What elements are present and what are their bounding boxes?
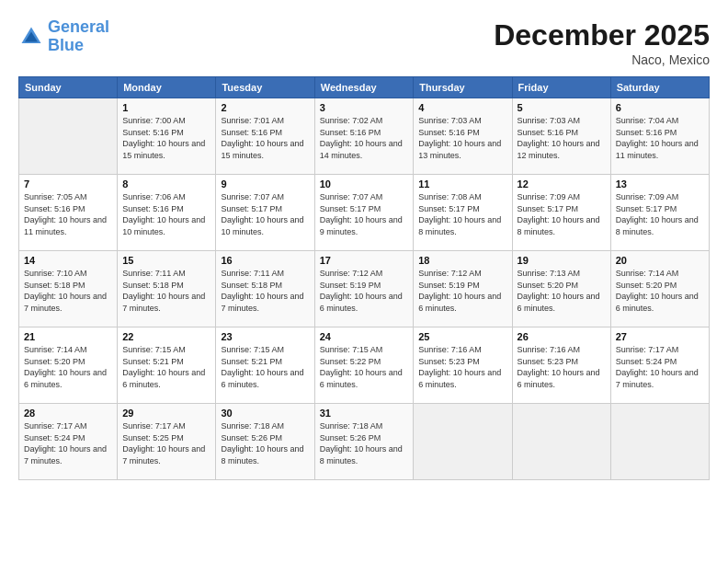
logo-icon bbox=[18, 24, 44, 50]
calendar: SundayMondayTuesdayWednesdayThursdayFrid… bbox=[18, 76, 710, 480]
calendar-header-row: SundayMondayTuesdayWednesdayThursdayFrid… bbox=[19, 77, 710, 98]
day-info: Sunrise: 7:01 AM Sunset: 5:16 PM Dayligh… bbox=[221, 115, 309, 161]
calendar-cell: 15Sunrise: 7:11 AM Sunset: 5:18 PM Dayli… bbox=[118, 251, 216, 327]
calendar-cell: 6Sunrise: 7:04 AM Sunset: 5:16 PM Daylig… bbox=[610, 98, 709, 175]
day-number: 3 bbox=[320, 102, 409, 113]
calendar-cell: 24Sunrise: 7:15 AM Sunset: 5:22 PM Dayli… bbox=[314, 327, 414, 404]
month-title: December 2025 bbox=[494, 18, 710, 52]
calendar-cell: 4Sunrise: 7:03 AM Sunset: 5:16 PM Daylig… bbox=[414, 98, 512, 175]
calendar-cell: 2Sunrise: 7:01 AM Sunset: 5:16 PM Daylig… bbox=[216, 98, 314, 175]
calendar-cell: 20Sunrise: 7:14 AM Sunset: 5:20 PM Dayli… bbox=[610, 251, 709, 327]
calendar-cell: 29Sunrise: 7:17 AM Sunset: 5:25 PM Dayli… bbox=[118, 404, 216, 480]
day-info: Sunrise: 7:18 AM Sunset: 5:26 PM Dayligh… bbox=[320, 420, 409, 466]
calendar-cell bbox=[512, 404, 610, 480]
calendar-cell: 27Sunrise: 7:17 AM Sunset: 5:24 PM Dayli… bbox=[610, 327, 709, 404]
day-number: 16 bbox=[221, 255, 309, 266]
calendar-cell: 23Sunrise: 7:15 AM Sunset: 5:21 PM Dayli… bbox=[216, 327, 314, 404]
day-number: 17 bbox=[320, 255, 409, 266]
day-number: 25 bbox=[418, 331, 506, 342]
day-number: 4 bbox=[418, 102, 506, 113]
calendar-cell bbox=[610, 404, 709, 480]
day-info: Sunrise: 7:16 AM Sunset: 5:23 PM Dayligh… bbox=[418, 344, 506, 390]
day-info: Sunrise: 7:16 AM Sunset: 5:23 PM Dayligh… bbox=[518, 344, 606, 390]
day-number: 29 bbox=[122, 408, 210, 419]
page: General Blue December 2025 Naco, Mexico … bbox=[0, 0, 728, 563]
day-info: Sunrise: 7:09 AM Sunset: 5:17 PM Dayligh… bbox=[616, 191, 704, 237]
calendar-cell: 25Sunrise: 7:16 AM Sunset: 5:23 PM Dayli… bbox=[414, 327, 512, 404]
calendar-cell: 1Sunrise: 7:00 AM Sunset: 5:16 PM Daylig… bbox=[118, 98, 216, 175]
day-info: Sunrise: 7:08 AM Sunset: 5:17 PM Dayligh… bbox=[418, 191, 506, 237]
day-info: Sunrise: 7:12 AM Sunset: 5:19 PM Dayligh… bbox=[320, 268, 409, 314]
day-info: Sunrise: 7:17 AM Sunset: 5:25 PM Dayligh… bbox=[122, 420, 210, 466]
calendar-cell: 14Sunrise: 7:10 AM Sunset: 5:18 PM Dayli… bbox=[19, 251, 118, 327]
calendar-header-thursday: Thursday bbox=[414, 77, 512, 98]
calendar-week-0: 1Sunrise: 7:00 AM Sunset: 5:16 PM Daylig… bbox=[19, 98, 710, 175]
day-info: Sunrise: 7:06 AM Sunset: 5:16 PM Dayligh… bbox=[122, 191, 210, 237]
day-number: 30 bbox=[221, 408, 309, 419]
calendar-cell: 10Sunrise: 7:07 AM Sunset: 5:17 PM Dayli… bbox=[314, 175, 414, 251]
title-section: December 2025 Naco, Mexico bbox=[494, 18, 710, 67]
day-info: Sunrise: 7:00 AM Sunset: 5:16 PM Dayligh… bbox=[122, 115, 210, 161]
calendar-header-saturday: Saturday bbox=[610, 77, 709, 98]
day-info: Sunrise: 7:14 AM Sunset: 5:20 PM Dayligh… bbox=[24, 344, 112, 390]
day-info: Sunrise: 7:15 AM Sunset: 5:21 PM Dayligh… bbox=[221, 344, 309, 390]
day-info: Sunrise: 7:12 AM Sunset: 5:19 PM Dayligh… bbox=[418, 268, 506, 314]
calendar-header-wednesday: Wednesday bbox=[314, 77, 414, 98]
day-info: Sunrise: 7:18 AM Sunset: 5:26 PM Dayligh… bbox=[221, 420, 309, 466]
logo-line1: General bbox=[48, 17, 109, 36]
day-info: Sunrise: 7:09 AM Sunset: 5:17 PM Dayligh… bbox=[518, 191, 606, 237]
day-info: Sunrise: 7:13 AM Sunset: 5:20 PM Dayligh… bbox=[518, 268, 606, 314]
day-info: Sunrise: 7:14 AM Sunset: 5:20 PM Dayligh… bbox=[616, 268, 704, 314]
calendar-header-friday: Friday bbox=[512, 77, 610, 98]
day-number: 7 bbox=[24, 178, 112, 190]
day-number: 5 bbox=[518, 102, 606, 113]
calendar-cell: 12Sunrise: 7:09 AM Sunset: 5:17 PM Dayli… bbox=[512, 175, 610, 251]
calendar-week-2: 14Sunrise: 7:10 AM Sunset: 5:18 PM Dayli… bbox=[19, 251, 710, 327]
calendar-cell bbox=[414, 404, 512, 480]
day-info: Sunrise: 7:05 AM Sunset: 5:16 PM Dayligh… bbox=[24, 191, 112, 237]
day-info: Sunrise: 7:11 AM Sunset: 5:18 PM Dayligh… bbox=[221, 268, 309, 314]
day-info: Sunrise: 7:17 AM Sunset: 5:24 PM Dayligh… bbox=[24, 420, 112, 466]
day-number: 19 bbox=[518, 255, 606, 266]
day-number: 6 bbox=[616, 102, 704, 113]
day-number: 12 bbox=[518, 178, 606, 190]
day-number: 13 bbox=[616, 178, 704, 190]
day-number: 22 bbox=[122, 331, 210, 342]
day-info: Sunrise: 7:07 AM Sunset: 5:17 PM Dayligh… bbox=[221, 191, 309, 237]
day-info: Sunrise: 7:15 AM Sunset: 5:21 PM Dayligh… bbox=[122, 344, 210, 390]
day-number: 28 bbox=[24, 408, 112, 419]
logo-line2: Blue bbox=[48, 36, 84, 54]
day-number: 23 bbox=[221, 331, 309, 342]
calendar-cell: 11Sunrise: 7:08 AM Sunset: 5:17 PM Dayli… bbox=[414, 175, 512, 251]
day-number: 31 bbox=[320, 408, 409, 419]
calendar-cell bbox=[19, 98, 118, 175]
day-number: 27 bbox=[616, 331, 704, 342]
day-number: 24 bbox=[320, 331, 409, 342]
day-info: Sunrise: 7:02 AM Sunset: 5:16 PM Dayligh… bbox=[320, 115, 409, 161]
day-number: 14 bbox=[24, 255, 112, 266]
calendar-cell: 18Sunrise: 7:12 AM Sunset: 5:19 PM Dayli… bbox=[414, 251, 512, 327]
day-number: 21 bbox=[24, 331, 112, 342]
day-number: 18 bbox=[418, 255, 506, 266]
day-info: Sunrise: 7:04 AM Sunset: 5:16 PM Dayligh… bbox=[616, 115, 704, 161]
calendar-cell: 19Sunrise: 7:13 AM Sunset: 5:20 PM Dayli… bbox=[512, 251, 610, 327]
location: Naco, Mexico bbox=[494, 52, 710, 67]
calendar-header-sunday: Sunday bbox=[19, 77, 118, 98]
calendar-cell: 8Sunrise: 7:06 AM Sunset: 5:16 PM Daylig… bbox=[118, 175, 216, 251]
day-info: Sunrise: 7:07 AM Sunset: 5:17 PM Dayligh… bbox=[320, 191, 409, 237]
day-number: 1 bbox=[122, 102, 210, 113]
calendar-cell: 16Sunrise: 7:11 AM Sunset: 5:18 PM Dayli… bbox=[216, 251, 314, 327]
calendar-cell: 13Sunrise: 7:09 AM Sunset: 5:17 PM Dayli… bbox=[610, 175, 709, 251]
day-info: Sunrise: 7:11 AM Sunset: 5:18 PM Dayligh… bbox=[122, 268, 210, 314]
day-number: 9 bbox=[221, 178, 309, 190]
calendar-cell: 9Sunrise: 7:07 AM Sunset: 5:17 PM Daylig… bbox=[216, 175, 314, 251]
calendar-cell: 22Sunrise: 7:15 AM Sunset: 5:21 PM Dayli… bbox=[118, 327, 216, 404]
calendar-cell: 26Sunrise: 7:16 AM Sunset: 5:23 PM Dayli… bbox=[512, 327, 610, 404]
calendar-header-tuesday: Tuesday bbox=[216, 77, 314, 98]
calendar-cell: 30Sunrise: 7:18 AM Sunset: 5:26 PM Dayli… bbox=[216, 404, 314, 480]
day-info: Sunrise: 7:03 AM Sunset: 5:16 PM Dayligh… bbox=[418, 115, 506, 161]
calendar-header-monday: Monday bbox=[118, 77, 216, 98]
header: General Blue December 2025 Naco, Mexico bbox=[18, 18, 710, 67]
day-info: Sunrise: 7:15 AM Sunset: 5:22 PM Dayligh… bbox=[320, 344, 409, 390]
calendar-cell: 21Sunrise: 7:14 AM Sunset: 5:20 PM Dayli… bbox=[19, 327, 118, 404]
